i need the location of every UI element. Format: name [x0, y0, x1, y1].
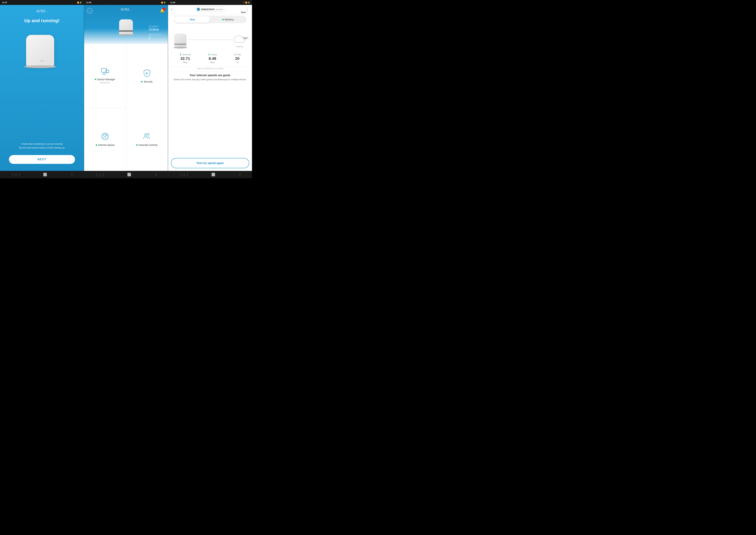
- new-badge-1: New!: [240, 11, 247, 14]
- wifi-icon-3: 📶: [245, 2, 247, 4]
- orbi-logo-2: orbi.: [121, 7, 131, 12]
- nav-bar-2: ⋮⋮⋮ ⬜ 〈: [84, 171, 168, 178]
- panel1-content: orbi. Up and running! orbi It looks like…: [0, 5, 84, 171]
- internet-speed-title: Internet Speed: [96, 144, 114, 146]
- next-button[interactable]: NEXT: [9, 155, 75, 164]
- dashboard-top: ⌂ orbi. 🔔 2 INTERNET: Online SATELLITES:: [84, 5, 168, 44]
- upload-value: 8.48: [209, 56, 216, 61]
- upload-arrow: ⬆: [208, 53, 210, 56]
- router-base: [24, 65, 56, 68]
- device-manager-icon: [101, 68, 109, 76]
- status-bar-1: 11:47 📶 🔋: [0, 0, 84, 5]
- time-2: 11:48: [86, 1, 91, 4]
- internet-cloud-label: Internet: [236, 45, 243, 48]
- router-body: [26, 35, 54, 68]
- parental-controls-icon: [143, 132, 151, 142]
- security-title: Security: [141, 80, 153, 83]
- powered-label: powered: [216, 8, 223, 11]
- internet-speed-label: Internet Speed: [98, 144, 114, 146]
- panel-setup: 11:47 📶 🔋 orbi. Up and running! orbi It …: [0, 0, 84, 178]
- back-button[interactable]: ‹: [171, 7, 172, 12]
- time-3: 11:49: [170, 1, 175, 4]
- internet-speed-dot: [96, 144, 97, 146]
- speedtest-logo: ⚡ SPEEDTEST powered: [174, 7, 246, 12]
- status-icons-1: 📶 🔋: [77, 2, 82, 4]
- status-bar-3: 11:49 📍 📶 🔋: [168, 0, 252, 5]
- router-small: [118, 17, 134, 35]
- svg-point-9: [148, 133, 149, 135]
- tab-test[interactable]: Test: [174, 16, 210, 23]
- logo-text-2: orbi.: [121, 7, 131, 12]
- location-icon: 📍: [242, 2, 245, 4]
- satellites-label: SATELLITES:: [149, 34, 162, 36]
- tab-history[interactable]: History: [210, 16, 246, 23]
- security-icon: A: [143, 69, 151, 78]
- test-timestamp: Taken on 02/05/2022 at 11:48 AM: [168, 66, 252, 71]
- device-manager-dot: [95, 79, 96, 80]
- nav-back-icon[interactable]: 〈: [70, 173, 73, 177]
- satellites-count: 2: [149, 36, 162, 40]
- battery-icon-2: 🔋: [164, 2, 166, 4]
- upload-unit: Mbps: [210, 61, 215, 63]
- svg-text:A: A: [146, 72, 148, 75]
- orbi-logo-1: orbi.: [37, 9, 47, 14]
- security-dot: [141, 81, 143, 82]
- nav-back-icon-2[interactable]: 〈: [154, 173, 157, 177]
- battery-icon-3: 🔋: [248, 2, 250, 4]
- setup-title: Up and running!: [24, 18, 60, 23]
- ping-label: ↻ Ping: [234, 53, 241, 56]
- grid-internet-speed[interactable]: Internet Speed: [84, 108, 126, 171]
- speedtest-badge: ⚡ SPEEDTEST powered: [194, 7, 226, 12]
- grid-parental-controls[interactable]: Parental Controls: [126, 108, 168, 171]
- router-body-small: [119, 19, 133, 35]
- nav-menu-icon-2[interactable]: ⋮⋮⋮: [95, 173, 105, 177]
- ping-stat: ↻ Ping 20 ms: [234, 53, 241, 63]
- signal-icon: 📶: [77, 2, 79, 4]
- result-subtitle: Stream HD movies and play online games s…: [172, 78, 248, 81]
- test-again-button[interactable]: Test my speed again: [171, 158, 249, 168]
- home-button[interactable]: ⌂: [87, 8, 93, 14]
- nav-menu-icon[interactable]: ⋮⋮⋮: [11, 173, 21, 177]
- dashboard-nav: ⌂ orbi. 🔔 2: [87, 7, 165, 14]
- internet-info: INTERNET: Online SATELLITES: 2: [149, 25, 162, 40]
- cloud-icon: Internet: [233, 35, 247, 48]
- router-image-large: orbi: [24, 29, 60, 68]
- nav-home-icon-2[interactable]: ⬜: [127, 173, 131, 177]
- internet-label: INTERNET:: [149, 25, 162, 27]
- router-label: orbi: [40, 60, 44, 62]
- status-bar-2: 11:48 📶 🔋: [84, 0, 168, 5]
- download-label: ⬇ Download: [180, 53, 191, 56]
- bell-button[interactable]: 🔔 2: [159, 8, 165, 14]
- device-manager-subtitle: Devices (1): [100, 81, 110, 84]
- ping-label-text: Ping: [237, 53, 241, 56]
- orbi-device-image: orbi: [173, 32, 187, 48]
- speed-visual: orbi Internet: [168, 29, 252, 51]
- upload-stat: ⬆ Upload 8.48 Mbps: [208, 53, 217, 63]
- parental-controls-label: Parental Controls: [139, 144, 158, 146]
- nav-home-icon-3[interactable]: ⬜: [211, 173, 215, 177]
- nav-home-icon[interactable]: ⬜: [43, 173, 47, 177]
- nav-bar-3: ⋮⋮⋮ ⬜ 〈: [168, 171, 252, 178]
- tabs-wrapper: Test History New!: [171, 14, 249, 25]
- router-band-small: [119, 30, 133, 32]
- grid-device-manager[interactable]: Device Manager Devices (1): [84, 44, 126, 108]
- time-1: 11:47: [2, 1, 7, 4]
- result-title: Your internet speeds are good.: [172, 74, 248, 77]
- nav-back-icon-3[interactable]: 〈: [238, 173, 241, 177]
- nav-bar-1: ⋮⋮⋮ ⬜ 〈: [0, 171, 84, 178]
- wifi-icon-2: 📶: [161, 2, 163, 4]
- status-icons-3: 📍 📶 🔋: [242, 2, 250, 4]
- ping-icon: ↻: [234, 53, 236, 56]
- orbi-device-label: orbi: [179, 44, 182, 46]
- nav-menu-icon-3[interactable]: ⋮⋮⋮: [179, 173, 189, 177]
- ping-unit: ms: [236, 61, 238, 63]
- internet-speed-icon: [101, 132, 109, 142]
- internet-status: Online: [149, 27, 162, 32]
- device-manager-label: Device Manager: [97, 78, 115, 81]
- panel-dashboard: 11:48 📶 🔋 ⌂ orbi. 🔔 2: [84, 0, 168, 178]
- connection-line: [187, 40, 233, 40]
- download-stat: ⬇ Download 32.71 Mbps: [180, 53, 191, 63]
- logo-text-1: orbi.: [37, 9, 47, 14]
- grid-security[interactable]: A Security: [126, 44, 168, 108]
- history-tab-label: History: [225, 18, 234, 21]
